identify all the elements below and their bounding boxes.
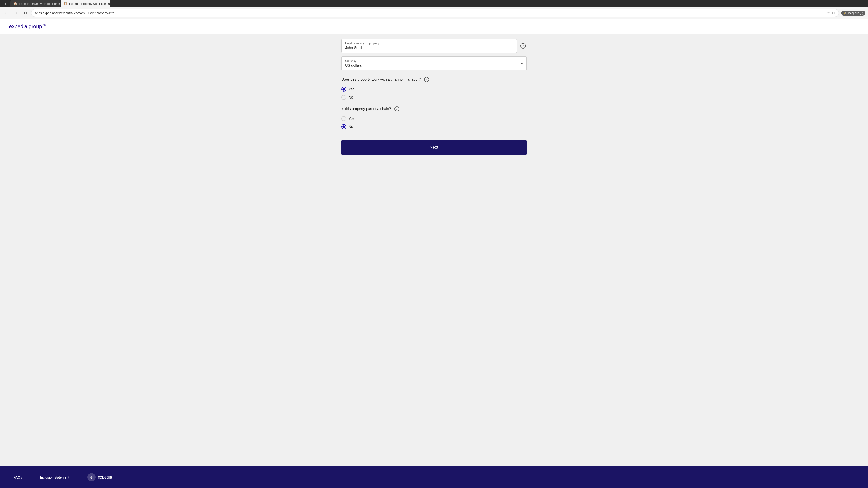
info-icon: i [520,43,526,48]
legal-name-input-container[interactable]: Legal name of your property John Smith [341,39,517,53]
tab-list-property[interactable]: 📋 List Your Property with Expedia ✕ [61,0,110,7]
chain-yes-radio [341,116,346,121]
bookmark-icon[interactable]: ☆ [827,11,830,15]
footer-logo-icon: e [88,473,96,481]
tab2-favicon: 📋 [64,2,67,5]
footer-logo-text: expedia [98,475,112,480]
channel-manager-no-option[interactable]: No [341,95,527,100]
expedia-logo: expedia group℠ [9,23,859,30]
currency-inner: Currency US dollars [345,59,521,68]
chain-no-option[interactable]: No [341,124,527,129]
address-text: apps.expediapartnercentral.com/en_US/lis… [35,11,824,15]
channel-manager-yes-dot [342,88,345,91]
channel-manager-yes-radio [341,87,346,92]
refresh-button[interactable]: ↻ [22,9,29,17]
chain-info-button[interactable]: i [393,105,401,112]
tab1-label: Expedia Travel: Vacation Home... [19,2,60,5]
page-header: expedia group℠ [0,19,868,34]
page-wrapper: expedia group℠ Legal name of your proper… [0,19,868,488]
tab-vacation-home[interactable]: 🏠 Expedia Travel: Vacation Home... ✕ [10,0,60,7]
browser-chrome: ▾ 🏠 Expedia Travel: Vacation Home... ✕ 📋… [0,0,868,19]
footer-inclusion-link[interactable]: Inclusion statement [40,475,69,479]
tab-dropdown-btn[interactable]: ▾ [2,0,9,7]
address-bar-icons: ☆ ⊡ [827,11,835,15]
channel-manager-no-label: No [348,95,353,99]
chain-yes-option[interactable]: Yes [341,116,527,121]
split-view-icon[interactable]: ⊡ [832,11,835,15]
channel-manager-question-row: Does this property work with a channel m… [341,76,527,83]
currency-dropdown-arrow: ▾ [521,61,523,66]
address-bar[interactable]: apps.expediapartnercentral.com/en_US/lis… [31,9,839,17]
page-footer: FAQs Inclusion statement e expedia [0,466,868,488]
back-button[interactable]: ← [3,9,10,17]
channel-manager-yes-label: Yes [348,87,354,91]
incognito-label: Incognito (2) [848,11,863,15]
currency-section: Currency US dollars ▾ [341,57,527,70]
new-tab-button[interactable]: + [111,1,117,7]
chain-no-radio [341,124,346,129]
chain-no-dot [342,125,345,128]
tab2-label: List Your Property with Expedia [69,2,110,5]
chain-info-icon: i [395,106,399,111]
chain-question: Is this property part of a chain? [341,107,391,111]
incognito-icon: 🕵 [843,11,847,15]
footer-faqs-link[interactable]: FAQs [13,475,22,479]
channel-manager-info-icon: i [424,77,429,82]
currency-label: Currency [345,59,521,63]
forward-button[interactable]: → [12,9,20,17]
incognito-badge[interactable]: 🕵 Incognito (2) [841,11,865,15]
legal-name-info-button[interactable]: i [520,42,527,50]
footer-logo: e expedia [88,473,112,481]
channel-manager-question: Does this property work with a channel m… [341,77,421,82]
currency-value: US dollars [345,64,521,68]
channel-manager-yes-option[interactable]: Yes [341,87,527,92]
channel-manager-info-button[interactable]: i [423,76,430,83]
page-content: Legal name of your property John Smith i… [332,34,536,466]
chain-question-row: Is this property part of a chain? i [341,105,527,112]
channel-manager-section: Does this property work with a channel m… [341,76,527,100]
channel-manager-no-radio [341,95,346,100]
chain-section: Is this property part of a chain? i Yes … [341,105,527,129]
legal-name-value: John Smith [345,46,513,50]
tabs-bar: ▾ 🏠 Expedia Travel: Vacation Home... ✕ 📋… [0,0,868,7]
address-bar-row: ← → ↻ apps.expediapartnercentral.com/en_… [0,7,868,19]
chain-no-label: No [348,125,353,129]
next-button[interactable]: Next [341,140,527,155]
tab1-favicon: 🏠 [13,2,17,5]
chain-yes-label: Yes [348,117,354,121]
legal-name-label: Legal name of your property [345,42,513,45]
legal-name-wrapper: Legal name of your property John Smith i [341,39,527,53]
logo-text: expedia group [9,23,42,29]
currency-select[interactable]: Currency US dollars ▾ [341,57,527,70]
legal-name-section: Legal name of your property John Smith i [341,39,527,53]
